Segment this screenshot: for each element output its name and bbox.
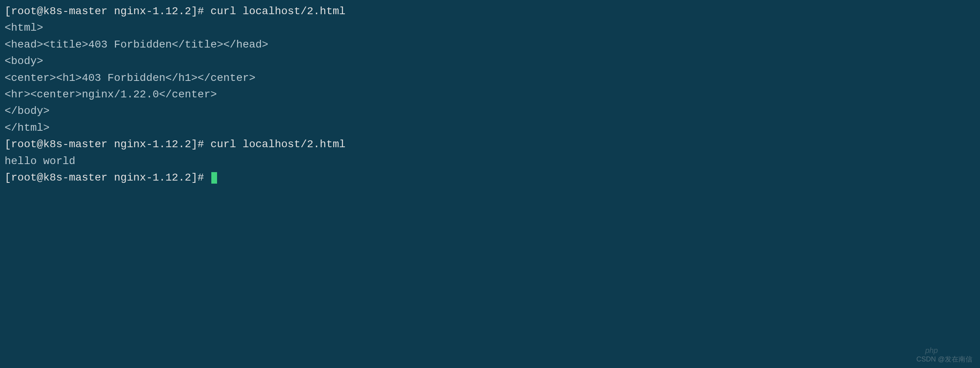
terminal-window[interactable]: [root@k8s-master nginx-1.12.2]# curl loc… bbox=[5, 3, 975, 186]
terminal-line-output: <body> bbox=[5, 53, 975, 69]
terminal-line-output: </body> bbox=[5, 103, 975, 119]
terminal-line-output: <hr><center>nginx/1.22.0</center> bbox=[5, 86, 975, 103]
terminal-line-output: <head><title>403 Forbidden</title></head… bbox=[5, 36, 975, 53]
terminal-line-output: <html> bbox=[5, 20, 975, 36]
watermark-text: CSDN @发在南信 bbox=[916, 354, 972, 365]
terminal-line-output: </html> bbox=[5, 120, 975, 136]
terminal-line-command: [root@k8s-master nginx-1.12.2]# curl loc… bbox=[5, 3, 975, 20]
terminal-line-command: [root@k8s-master nginx-1.12.2]# curl loc… bbox=[5, 136, 975, 153]
cursor-icon bbox=[211, 172, 217, 184]
prompt-text: [root@k8s-master nginx-1.12.2]# bbox=[5, 172, 211, 184]
terminal-line-prompt[interactable]: [root@k8s-master nginx-1.12.2]# bbox=[5, 169, 975, 186]
terminal-line-output: <center><h1>403 Forbidden</h1></center> bbox=[5, 70, 975, 86]
terminal-line-output: hello world bbox=[5, 153, 975, 169]
